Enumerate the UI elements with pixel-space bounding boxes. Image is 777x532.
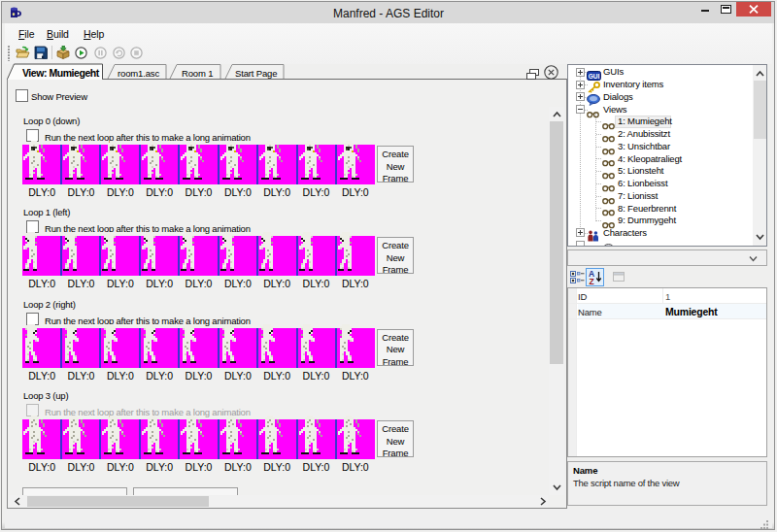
svg-text:GUI: GUI	[589, 73, 600, 80]
svg-text:Z: Z	[589, 277, 593, 285]
